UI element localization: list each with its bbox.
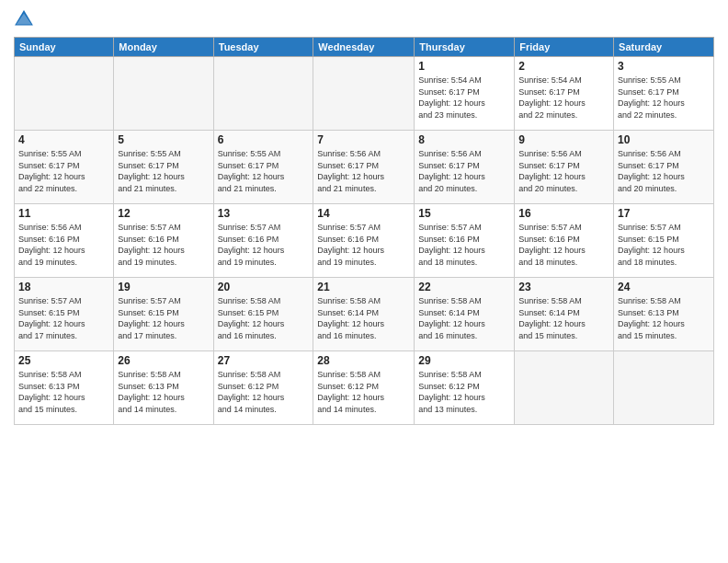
col-header-friday: Friday — [515, 38, 614, 57]
col-header-monday: Monday — [114, 38, 213, 57]
day-detail: Sunrise: 5:54 AM Sunset: 6:17 PM Dayligh… — [418, 75, 510, 121]
day-number: 1 — [418, 60, 510, 73]
day-number: 8 — [418, 133, 510, 146]
day-detail: Sunrise: 5:57 AM Sunset: 6:15 PM Dayligh… — [118, 295, 209, 341]
day-number: 25 — [18, 354, 109, 367]
day-number: 18 — [18, 281, 109, 293]
calendar-table: SundayMondayTuesdayWednesdayThursdayFrid… — [14, 37, 714, 425]
calendar-cell: 3Sunrise: 5:55 AM Sunset: 6:17 PM Daylig… — [614, 57, 714, 131]
day-number: 4 — [18, 133, 109, 146]
day-detail: Sunrise: 5:54 AM Sunset: 6:17 PM Dayligh… — [518, 75, 609, 121]
calendar-cell: 9Sunrise: 5:56 AM Sunset: 6:17 PM Daylig… — [515, 131, 614, 204]
calendar-week-row: 1Sunrise: 5:54 AM Sunset: 6:17 PM Daylig… — [15, 57, 714, 131]
day-detail: Sunrise: 5:56 AM Sunset: 6:17 PM Dayligh… — [418, 148, 510, 194]
page: SundayMondayTuesdayWednesdayThursdayFrid… — [0, 0, 728, 434]
calendar-cell: 14Sunrise: 5:57 AM Sunset: 6:16 PM Dayli… — [313, 204, 415, 278]
calendar-cell: 26Sunrise: 5:58 AM Sunset: 6:13 PM Dayli… — [114, 351, 213, 425]
day-number: 15 — [418, 207, 510, 220]
calendar-cell — [515, 351, 614, 425]
day-number: 3 — [618, 60, 710, 73]
calendar-cell: 1Sunrise: 5:54 AM Sunset: 6:17 PM Daylig… — [415, 57, 515, 131]
calendar-cell: 29Sunrise: 5:58 AM Sunset: 6:12 PM Dayli… — [415, 351, 515, 425]
day-number: 12 — [118, 207, 209, 220]
calendar-cell: 18Sunrise: 5:57 AM Sunset: 6:15 PM Dayli… — [15, 278, 114, 351]
calendar-week-row: 25Sunrise: 5:58 AM Sunset: 6:13 PM Dayli… — [15, 351, 714, 425]
calendar-header-row: SundayMondayTuesdayWednesdayThursdayFrid… — [15, 38, 714, 57]
day-detail: Sunrise: 5:58 AM Sunset: 6:13 PM Dayligh… — [118, 369, 209, 415]
day-detail: Sunrise: 5:57 AM Sunset: 6:16 PM Dayligh… — [218, 222, 310, 268]
calendar-cell: 4Sunrise: 5:55 AM Sunset: 6:17 PM Daylig… — [15, 131, 114, 204]
calendar-cell: 16Sunrise: 5:57 AM Sunset: 6:16 PM Dayli… — [515, 204, 614, 278]
calendar-week-row: 11Sunrise: 5:56 AM Sunset: 6:16 PM Dayli… — [15, 204, 714, 278]
calendar-cell: 25Sunrise: 5:58 AM Sunset: 6:13 PM Dayli… — [15, 351, 114, 425]
calendar-cell: 7Sunrise: 5:56 AM Sunset: 6:17 PM Daylig… — [313, 131, 415, 204]
day-number: 29 — [418, 354, 510, 367]
day-detail: Sunrise: 5:58 AM Sunset: 6:14 PM Dayligh… — [518, 295, 609, 341]
calendar-cell: 17Sunrise: 5:57 AM Sunset: 6:15 PM Dayli… — [614, 204, 714, 278]
day-number: 22 — [418, 281, 510, 293]
calendar-cell — [15, 57, 114, 131]
calendar-week-row: 18Sunrise: 5:57 AM Sunset: 6:15 PM Dayli… — [15, 278, 714, 351]
day-number: 7 — [317, 133, 410, 146]
day-number: 10 — [618, 133, 710, 146]
col-header-sunday: Sunday — [15, 38, 114, 57]
day-detail: Sunrise: 5:55 AM Sunset: 6:17 PM Dayligh… — [118, 148, 209, 194]
calendar-cell: 24Sunrise: 5:58 AM Sunset: 6:13 PM Dayli… — [614, 278, 714, 351]
svg-marker-1 — [17, 13, 32, 24]
day-number: 17 — [618, 207, 710, 220]
calendar-cell: 10Sunrise: 5:56 AM Sunset: 6:17 PM Dayli… — [614, 131, 714, 204]
day-number: 24 — [618, 281, 710, 293]
day-detail: Sunrise: 5:56 AM Sunset: 6:17 PM Dayligh… — [518, 148, 609, 194]
calendar-cell — [313, 57, 415, 131]
calendar-cell: 21Sunrise: 5:58 AM Sunset: 6:14 PM Dayli… — [313, 278, 415, 351]
day-number: 13 — [218, 207, 310, 220]
day-detail: Sunrise: 5:56 AM Sunset: 6:17 PM Dayligh… — [317, 148, 410, 194]
day-number: 26 — [118, 354, 209, 367]
header — [14, 9, 714, 29]
day-detail: Sunrise: 5:58 AM Sunset: 6:13 PM Dayligh… — [18, 369, 109, 415]
day-number: 9 — [518, 133, 609, 146]
logo-icon — [14, 9, 34, 29]
day-detail: Sunrise: 5:58 AM Sunset: 6:14 PM Dayligh… — [418, 295, 510, 341]
col-header-tuesday: Tuesday — [213, 38, 313, 57]
day-number: 27 — [218, 354, 310, 367]
calendar-cell — [114, 57, 213, 131]
day-number: 16 — [518, 207, 609, 220]
calendar-cell: 5Sunrise: 5:55 AM Sunset: 6:17 PM Daylig… — [114, 131, 213, 204]
day-number: 28 — [317, 354, 410, 367]
day-number: 20 — [218, 281, 310, 293]
calendar-cell: 27Sunrise: 5:58 AM Sunset: 6:12 PM Dayli… — [213, 351, 313, 425]
day-detail: Sunrise: 5:57 AM Sunset: 6:16 PM Dayligh… — [518, 222, 609, 268]
day-detail: Sunrise: 5:55 AM Sunset: 6:17 PM Dayligh… — [618, 75, 710, 121]
calendar-cell: 8Sunrise: 5:56 AM Sunset: 6:17 PM Daylig… — [415, 131, 515, 204]
calendar-cell: 11Sunrise: 5:56 AM Sunset: 6:16 PM Dayli… — [15, 204, 114, 278]
calendar-week-row: 4Sunrise: 5:55 AM Sunset: 6:17 PM Daylig… — [15, 131, 714, 204]
day-detail: Sunrise: 5:55 AM Sunset: 6:17 PM Dayligh… — [18, 148, 109, 194]
day-detail: Sunrise: 5:58 AM Sunset: 6:12 PM Dayligh… — [418, 369, 510, 415]
day-detail: Sunrise: 5:58 AM Sunset: 6:12 PM Dayligh… — [218, 369, 310, 415]
day-detail: Sunrise: 5:56 AM Sunset: 6:17 PM Dayligh… — [618, 148, 710, 194]
calendar-cell: 15Sunrise: 5:57 AM Sunset: 6:16 PM Dayli… — [415, 204, 515, 278]
calendar-cell: 6Sunrise: 5:55 AM Sunset: 6:17 PM Daylig… — [213, 131, 313, 204]
col-header-wednesday: Wednesday — [313, 38, 415, 57]
calendar-cell: 19Sunrise: 5:57 AM Sunset: 6:15 PM Dayli… — [114, 278, 213, 351]
calendar-cell: 12Sunrise: 5:57 AM Sunset: 6:16 PM Dayli… — [114, 204, 213, 278]
day-detail: Sunrise: 5:58 AM Sunset: 6:15 PM Dayligh… — [218, 295, 310, 341]
col-header-saturday: Saturday — [614, 38, 714, 57]
calendar-cell: 22Sunrise: 5:58 AM Sunset: 6:14 PM Dayli… — [415, 278, 515, 351]
day-detail: Sunrise: 5:58 AM Sunset: 6:12 PM Dayligh… — [317, 369, 410, 415]
day-detail: Sunrise: 5:57 AM Sunset: 6:16 PM Dayligh… — [418, 222, 510, 268]
calendar-cell: 23Sunrise: 5:58 AM Sunset: 6:14 PM Dayli… — [515, 278, 614, 351]
calendar-cell: 28Sunrise: 5:58 AM Sunset: 6:12 PM Dayli… — [313, 351, 415, 425]
day-number: 14 — [317, 207, 410, 220]
day-number: 2 — [518, 60, 609, 73]
day-number: 19 — [118, 281, 209, 293]
calendar-cell — [213, 57, 313, 131]
day-detail: Sunrise: 5:57 AM Sunset: 6:16 PM Dayligh… — [118, 222, 209, 268]
day-number: 5 — [118, 133, 209, 146]
day-number: 6 — [218, 133, 310, 146]
calendar-cell — [614, 351, 714, 425]
logo — [14, 9, 38, 29]
day-number: 11 — [18, 207, 109, 220]
day-detail: Sunrise: 5:57 AM Sunset: 6:16 PM Dayligh… — [317, 222, 410, 268]
